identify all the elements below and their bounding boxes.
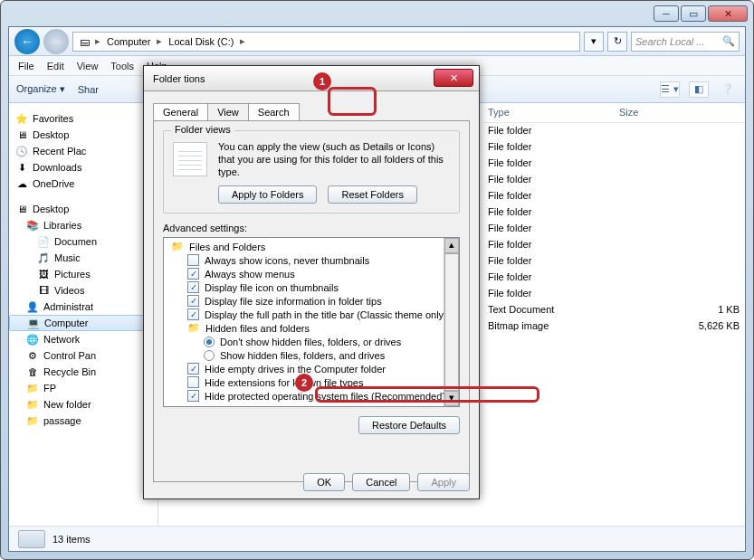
desktop-header[interactable]: 🖥Desktop xyxy=(9,201,157,217)
list-row[interactable]: File folder xyxy=(482,174,745,190)
favorites-header[interactable]: ⭐Favorites xyxy=(9,110,157,127)
checkbox-icon[interactable]: ✓ xyxy=(187,390,199,402)
downloads-icon: ⬇ xyxy=(14,160,29,175)
view-mode-button[interactable]: ☰ ▾ xyxy=(660,81,680,98)
folder-icon: 📁 xyxy=(25,381,40,395)
cell-size xyxy=(614,223,745,239)
adv-check-item[interactable]: ✓Display file size information in folder… xyxy=(167,294,455,308)
list-row[interactable]: File folder xyxy=(482,271,745,288)
tree-downloads[interactable]: ⬇Downloads xyxy=(9,159,157,176)
tab-panel-view: Folder views You can apply the view (suc… xyxy=(153,120,470,482)
back-button[interactable]: ← xyxy=(14,29,40,54)
menu-edit[interactable]: Edit xyxy=(47,61,64,71)
adv-item-label: Always show menus xyxy=(205,269,295,280)
tab-view[interactable]: View xyxy=(207,103,249,120)
organize-menu[interactable]: Organize ▾ xyxy=(16,83,65,95)
list-row[interactable]: Text Document1 KB xyxy=(482,304,745,320)
tab-search[interactable]: Search xyxy=(248,103,300,120)
tree-desktop[interactable]: 🖥Desktop xyxy=(9,127,157,143)
tree-recycle[interactable]: 🗑Recycle Bin xyxy=(9,364,157,380)
breadcrumb-computer[interactable]: Computer xyxy=(104,36,153,47)
tree-videos[interactable]: 🎞Videos xyxy=(9,282,157,299)
maximize-button[interactable]: ▭ xyxy=(681,5,706,22)
tree-pictures[interactable]: 🖼Pictures xyxy=(9,266,157,282)
list-row[interactable]: File folder xyxy=(482,190,745,206)
star-icon: ⭐ xyxy=(14,111,29,126)
tree-recent[interactable]: 🕓Recent Plac xyxy=(9,143,157,159)
checkbox-icon[interactable] xyxy=(187,376,199,388)
help-button[interactable]: ❔ xyxy=(718,81,738,98)
cell-type: File folder xyxy=(482,174,614,190)
tab-general[interactable]: General xyxy=(153,103,208,120)
checkbox-icon[interactable]: ✓ xyxy=(187,281,199,293)
list-row[interactable]: Bitmap image5,626 KB xyxy=(482,320,745,337)
close-button[interactable]: ✕ xyxy=(708,5,748,22)
list-row[interactable]: File folder xyxy=(482,239,745,255)
refresh-button[interactable]: ↻ xyxy=(607,32,627,52)
tree-passage[interactable]: 📁passage xyxy=(9,413,157,429)
restore-defaults-button[interactable]: Restore Defaults xyxy=(358,416,460,434)
minimize-button[interactable]: ─ xyxy=(654,5,679,22)
adv-radio-item[interactable]: Show hidden files, folders, and drives xyxy=(167,348,455,362)
tree-documents[interactable]: 📄Documen xyxy=(9,233,157,250)
list-row[interactable]: File folder xyxy=(482,157,745,174)
list-row[interactable]: File folder xyxy=(482,141,745,157)
tree-admin[interactable]: 👤Administrat xyxy=(9,299,157,315)
cancel-button[interactable]: Cancel xyxy=(352,473,410,491)
tree-newfolder[interactable]: 📁New folder xyxy=(9,396,157,413)
ok-button[interactable]: OK xyxy=(303,473,345,491)
tree-music[interactable]: 🎵Music xyxy=(9,250,157,266)
adv-radio-item[interactable]: Don't show hidden files, folders, or dri… xyxy=(167,335,455,348)
history-dropdown[interactable]: ▾ xyxy=(584,32,604,52)
adv-check-item[interactable]: ✓Hide protected operating system files (… xyxy=(167,389,455,403)
checkbox-icon[interactable]: ✓ xyxy=(187,308,199,320)
scroll-track[interactable] xyxy=(444,253,459,391)
tree-onedrive[interactable]: ☁OneDrive xyxy=(9,176,157,192)
radio-icon[interactable] xyxy=(204,337,215,347)
reset-folders-button[interactable]: Reset Folders xyxy=(328,185,416,204)
address-bar[interactable]: 🖴 ▸ Computer ▸ Local Disk (C:) ▸ xyxy=(72,32,580,52)
adv-item-label: Display the full path in the title bar (… xyxy=(205,309,447,320)
apply-to-folders-button[interactable]: Apply to Folders xyxy=(218,185,317,204)
adv-item-label: Hide extensions for known file types xyxy=(205,377,363,388)
checkbox-icon[interactable]: ✓ xyxy=(187,295,199,307)
menu-view[interactable]: View xyxy=(77,61,99,71)
col-size[interactable]: Size xyxy=(614,105,745,122)
search-icon: 🔍 xyxy=(722,35,735,47)
tree-fp[interactable]: 📁FP xyxy=(9,380,157,396)
dialog-titlebar[interactable]: Folder tions ✕ xyxy=(144,66,479,91)
adv-item-label: Don't show hidden files, folders, or dri… xyxy=(220,337,401,347)
checkbox-icon[interactable]: ✓ xyxy=(187,363,199,375)
breadcrumb-drive[interactable]: Local Disk (C:) xyxy=(166,36,236,47)
adv-check-item[interactable]: ✓Display file icon on thumbnails xyxy=(167,280,455,294)
adv-check-item[interactable]: ✓Display the full path in the title bar … xyxy=(167,308,455,321)
menu-tools[interactable]: Tools xyxy=(110,61,134,71)
list-row[interactable]: File folder xyxy=(482,288,745,304)
list-row[interactable]: File folder xyxy=(482,206,745,223)
adv-check-item[interactable]: ✓Hide empty drives in the Computer folde… xyxy=(167,362,455,375)
list-row[interactable]: File folder xyxy=(482,125,745,141)
tree-computer[interactable]: 💻Computer xyxy=(9,315,157,331)
scroll-down-icon[interactable]: ▾ xyxy=(444,391,459,406)
adv-check-item[interactable]: Always show icons, never thumbnails xyxy=(167,253,455,267)
folder-options-dialog: Folder tions ✕ General View Search Folde… xyxy=(143,65,480,499)
share-menu[interactable]: Shar xyxy=(78,84,99,95)
preview-pane-button[interactable]: ◧ xyxy=(689,81,709,98)
col-type[interactable]: Type xyxy=(482,105,614,122)
list-row[interactable]: File folder xyxy=(482,223,745,239)
checkbox-icon[interactable] xyxy=(187,254,199,266)
radio-icon[interactable] xyxy=(204,350,215,361)
menu-file[interactable]: File xyxy=(18,61,34,71)
tree-libraries[interactable]: 📚Libraries xyxy=(9,217,157,233)
apply-button[interactable]: Apply xyxy=(417,473,470,491)
tree-network[interactable]: 🌐Network xyxy=(9,331,157,347)
adv-check-item[interactable]: ✓Always show menus xyxy=(167,267,455,280)
forward-button[interactable]: → xyxy=(43,29,69,54)
list-row[interactable]: File folder xyxy=(482,255,745,271)
search-input[interactable]: Search Local ... 🔍 xyxy=(631,32,740,52)
scrollbar[interactable]: ▴ ▾ xyxy=(444,238,459,406)
checkbox-icon[interactable]: ✓ xyxy=(187,268,199,280)
tree-control-panel[interactable]: ⚙Control Pan xyxy=(9,347,157,364)
scroll-up-icon[interactable]: ▴ xyxy=(444,238,459,253)
dialog-close-button[interactable]: ✕ xyxy=(434,69,473,87)
